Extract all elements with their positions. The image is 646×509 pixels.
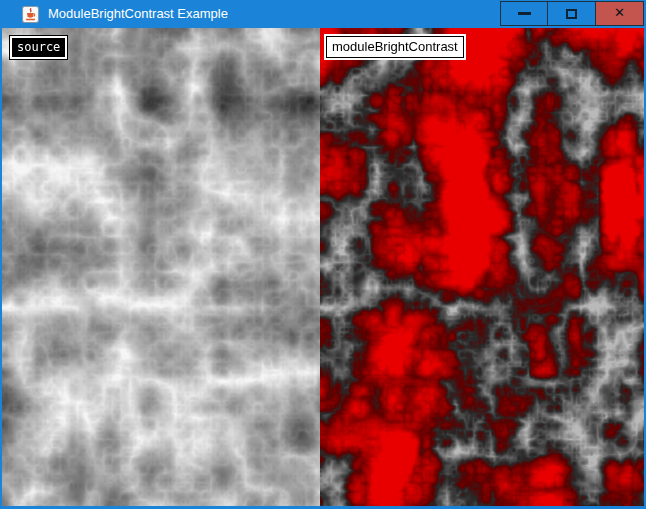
maximize-icon xyxy=(566,9,577,19)
result-image-label: moduleBrightContrast xyxy=(326,36,464,58)
source-panel: source xyxy=(2,28,320,506)
minimize-button[interactable] xyxy=(500,1,548,26)
titlebar[interactable]: ModuleBrightContrast Example ✕ xyxy=(0,0,646,28)
window-controls: ✕ xyxy=(500,1,644,26)
maximize-button[interactable] xyxy=(548,1,596,26)
close-icon: ✕ xyxy=(614,6,625,19)
window-title: ModuleBrightContrast Example xyxy=(48,0,228,28)
java-cup-graphic xyxy=(22,6,39,23)
result-panel: moduleBrightContrast xyxy=(320,28,644,506)
close-button[interactable]: ✕ xyxy=(596,1,644,26)
minimize-icon xyxy=(518,12,531,15)
source-image-canvas xyxy=(2,28,320,506)
source-image-label: source xyxy=(10,36,67,59)
window-content: source moduleBrightContrast xyxy=(0,28,646,506)
java-app-icon xyxy=(22,6,39,23)
app-window: ModuleBrightContrast Example ✕ source mo… xyxy=(0,0,646,509)
modulebrightcontrast-image-canvas xyxy=(320,28,644,506)
